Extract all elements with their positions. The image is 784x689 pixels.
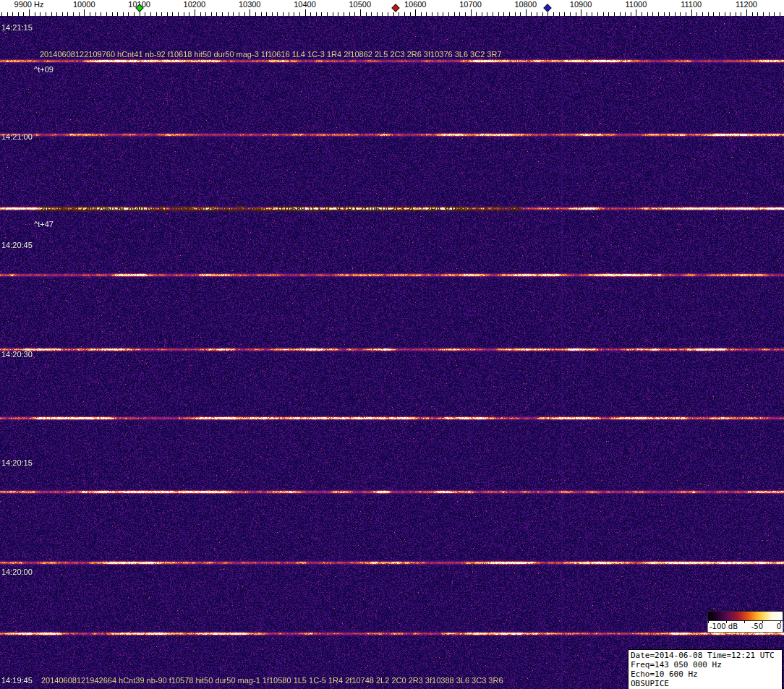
ruler-tick bbox=[289, 12, 289, 16]
time-tick-label: 14:20:45 bbox=[1, 241, 33, 249]
time-tick-label: 14:20:15 bbox=[1, 458, 33, 467]
freq-tick-label: 10800 bbox=[515, 0, 537, 9]
ruler-tick bbox=[537, 12, 537, 16]
ruler-tick bbox=[752, 12, 753, 16]
meteor-spectrogram-app: 9900 Hz100001010010200103001040010500106… bbox=[0, 0, 784, 689]
ruler-tick bbox=[769, 12, 770, 16]
ruler-tick bbox=[471, 9, 472, 16]
detection-annotation: 20140608122047960 hCnt40 nb-91 f10585 hi… bbox=[40, 205, 522, 213]
ruler-tick bbox=[112, 12, 113, 16]
ruler-tick bbox=[542, 12, 543, 16]
ruler-tick bbox=[620, 12, 621, 16]
ruler-tick bbox=[117, 12, 118, 16]
ruler-tick bbox=[294, 12, 294, 16]
colorbar-min-label: -100 dB bbox=[710, 622, 738, 631]
ruler-tick bbox=[576, 12, 576, 16]
freq-tick-label: 10300 bbox=[239, 0, 261, 9]
ruler-tick bbox=[128, 12, 129, 16]
ruler-tick bbox=[763, 12, 764, 16]
ruler-tick bbox=[421, 12, 422, 16]
ruler-tick bbox=[448, 12, 449, 16]
ruler-tick bbox=[708, 12, 709, 16]
ruler-tick bbox=[56, 12, 57, 16]
ruler-tick bbox=[465, 12, 466, 16]
ruler-tick bbox=[216, 12, 217, 16]
ruler-tick bbox=[780, 12, 780, 16]
ruler-tick bbox=[587, 12, 587, 16]
info-date-time: Date=2014-06-08 Time=12:21 UTC bbox=[631, 651, 780, 660]
ruler-tick bbox=[73, 12, 74, 16]
ruler-tick bbox=[222, 12, 223, 16]
time-tick-label: 14:20:30 bbox=[1, 350, 33, 359]
ruler-tick bbox=[200, 12, 201, 16]
ruler-tick bbox=[344, 12, 344, 16]
detection-offset-label: ^t+47 bbox=[34, 220, 54, 228]
ruler-tick bbox=[283, 12, 284, 16]
detection-offset-label: ^t+09 bbox=[34, 65, 54, 74]
colorbar-mid-label: -50 bbox=[751, 622, 763, 631]
info-station: OBSUPICE bbox=[631, 679, 780, 688]
red-diamond-marker[interactable] bbox=[392, 4, 400, 12]
ruler-tick bbox=[266, 12, 267, 16]
spectrogram-area: 14:21:1514:21:0014:20:4514:20:3014:20:15… bbox=[0, 16, 784, 689]
ruler-tick bbox=[664, 12, 665, 16]
ruler-tick bbox=[393, 12, 394, 16]
detection-annotation: 20140608121942664 hCnt39 nb-90 f10578 hi… bbox=[41, 676, 503, 685]
freq-tick-label: 10500 bbox=[349, 0, 372, 9]
ruler-tick bbox=[12, 12, 13, 16]
ruler-tick bbox=[592, 12, 592, 16]
ruler-tick bbox=[404, 12, 405, 16]
ruler-tick bbox=[526, 9, 527, 16]
ruler-tick bbox=[570, 12, 571, 16]
ruler-tick bbox=[736, 12, 736, 16]
time-tick-label: 14:21:00 bbox=[1, 132, 33, 141]
ruler-tick bbox=[211, 12, 212, 16]
spectrogram-canvas[interactable] bbox=[0, 16, 784, 689]
ruler-tick bbox=[459, 12, 460, 16]
ruler-tick bbox=[360, 9, 361, 16]
ruler-tick bbox=[239, 12, 239, 16]
ruler-tick bbox=[631, 12, 631, 16]
ruler-tick bbox=[228, 12, 229, 16]
ruler-tick bbox=[520, 12, 521, 16]
ruler-tick bbox=[156, 12, 157, 16]
blue-diamond-marker[interactable] bbox=[544, 4, 552, 12]
ruler-tick bbox=[95, 12, 96, 16]
observation-info-box: Date=2014-06-08 Time=12:21 UTC Freq=143 … bbox=[628, 649, 783, 689]
colorbar-scale: -100 dB -50 0 bbox=[707, 621, 783, 633]
ruler-tick bbox=[79, 12, 80, 16]
ruler-tick bbox=[647, 12, 648, 16]
ruler-tick bbox=[371, 12, 372, 16]
ruler-tick bbox=[675, 12, 676, 16]
ruler-tick bbox=[415, 9, 416, 16]
ruler-tick bbox=[438, 12, 438, 16]
ruler-tick bbox=[184, 12, 184, 16]
info-echo: Echo=10 600 Hz bbox=[631, 669, 780, 679]
ruler-tick bbox=[597, 12, 598, 16]
ruler-tick bbox=[233, 12, 234, 16]
ruler-tick bbox=[349, 12, 350, 16]
colorbar-max-label: 0 bbox=[777, 622, 781, 631]
ruler-tick bbox=[244, 12, 245, 16]
ruler-tick bbox=[1, 12, 2, 16]
ruler-tick bbox=[189, 12, 189, 16]
ruler-tick bbox=[741, 12, 741, 16]
freq-tick-label: 11000 bbox=[626, 0, 647, 9]
ruler-tick bbox=[382, 12, 383, 16]
ruler-tick bbox=[333, 12, 333, 16]
frequency-ruler[interactable]: 9900 Hz100001010010200103001040010500106… bbox=[0, 0, 784, 16]
ruler-tick bbox=[167, 12, 168, 16]
ruler-tick bbox=[172, 12, 173, 16]
ruler-tick bbox=[498, 12, 499, 16]
freq-tick-label: 10900 bbox=[570, 0, 592, 9]
ruler-tick bbox=[161, 12, 162, 16]
ruler-tick bbox=[399, 12, 399, 16]
ruler-tick bbox=[725, 12, 725, 16]
ruler-tick bbox=[255, 12, 256, 16]
freq-tick-label: 9900 Hz bbox=[14, 0, 44, 9]
freq-tick-label: 10200 bbox=[184, 0, 206, 9]
detection-annotation: 20140608122109760 hCnt41 nb-92 f10618 hi… bbox=[40, 50, 502, 59]
ruler-tick bbox=[559, 12, 560, 16]
ruler-tick bbox=[614, 12, 615, 16]
ruler-tick bbox=[482, 12, 482, 16]
